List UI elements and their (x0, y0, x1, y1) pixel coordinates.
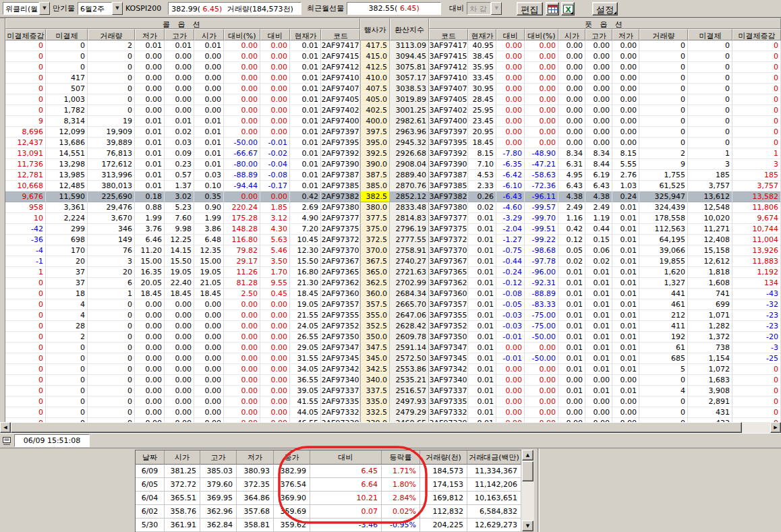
put-cell[interactable]: 0.00 (558, 62, 585, 73)
strike-cell[interactable]: 340.0 (360, 375, 390, 386)
put-cell[interactable]: 0.00 (496, 84, 525, 94)
call-cell[interactable]: 0 (5, 73, 46, 84)
put-cell[interactable]: 1.03 (612, 181, 639, 191)
call-cell[interactable]: 0.01 (290, 116, 321, 127)
call-cell[interactable]: 0.00 (135, 353, 165, 364)
put-cell[interactable]: -72.36 (525, 181, 558, 191)
put-cell[interactable]: 0.00 (558, 105, 585, 116)
call-cell[interactable]: 0.01 (290, 62, 321, 73)
put-cell[interactable]: 3AF97405 (429, 94, 468, 105)
call-cell[interactable]: 8,314 (46, 116, 88, 127)
put-cell[interactable]: 0 (639, 396, 688, 407)
call-cell[interactable]: 0.00 (135, 364, 165, 375)
call-cell[interactable]: 2AF97355 (321, 310, 360, 321)
put-cell[interactable]: -97.78 (525, 256, 558, 267)
daily-cell[interactable]: 6/05 (136, 478, 165, 492)
put-cell[interactable]: 3 (688, 159, 732, 170)
call-cell[interactable]: 0.00 (260, 127, 290, 138)
call-cell[interactable]: 0 (5, 353, 46, 364)
call-cell[interactable]: 0 (88, 62, 135, 73)
call-cell[interactable]: 19.05 (290, 299, 321, 310)
excel-export-button[interactable]: X (561, 2, 575, 16)
strike-cell[interactable]: 387.5 (360, 170, 390, 181)
call-cell[interactable]: 22.40 (165, 278, 194, 289)
conv-index-cell[interactable]: 2684.34 (390, 289, 429, 299)
put-cell[interactable]: 0.01 (468, 256, 496, 267)
put-cell[interactable]: 212 (639, 310, 688, 321)
put-cell[interactable]: 0.00 (525, 40, 558, 51)
grid-view-button[interactable] (546, 2, 559, 16)
put-cell[interactable]: 3AF97355 (429, 310, 468, 321)
call-cell[interactable]: 0.00 (194, 343, 224, 353)
put-cell[interactable]: 35.95 (468, 62, 496, 73)
put-cell[interactable]: 0.01 (612, 364, 639, 375)
call-cell[interactable]: 0.01 (135, 40, 165, 51)
daily-row[interactable]: 5/30361.91362.84358.81359.62-3.46-0.95%2… (136, 519, 521, 532)
call-cell[interactable]: 2AF97352 (321, 321, 360, 332)
put-cell[interactable]: 0 (688, 138, 732, 148)
put-cell[interactable]: 0.00 (496, 396, 525, 407)
call-cell[interactable]: 0.00 (135, 321, 165, 332)
call-cell[interactable]: 0 (88, 321, 135, 332)
call-cell[interactable]: 24.05 (290, 321, 321, 332)
call-cell[interactable]: 0 (46, 396, 88, 407)
chevron-down-icon[interactable]: ▼ (112, 2, 123, 15)
call-cell[interactable]: 0.00 (194, 396, 224, 407)
call-cell[interactable]: 0.00 (194, 321, 224, 332)
put-cell[interactable]: 3AF97360 (429, 289, 468, 299)
call-cell[interactable]: 0.00 (224, 299, 260, 310)
call-cell[interactable]: 2AF97385 (321, 181, 360, 191)
conv-index-cell[interactable]: 2814.83 (390, 213, 429, 224)
put-cell[interactable]: 0.01 (585, 364, 612, 375)
call-cell[interactable]: 14,551 (46, 148, 88, 159)
call-cell[interactable]: 0 (5, 40, 46, 51)
put-cell[interactable]: 0.00 (496, 116, 525, 127)
call-cell[interactable]: 0.00 (260, 191, 290, 202)
daily-row[interactable]: 6/02358.76362.96357.68359.690.070.02%112… (136, 505, 521, 519)
call-cell[interactable]: 0 (5, 51, 46, 62)
strike-cell[interactable]: 367.5 (360, 256, 390, 267)
call-cell[interactable]: 20 (88, 267, 135, 278)
conv-index-cell[interactable]: 2591.14 (390, 343, 429, 353)
call-cell[interactable]: 0.01 (290, 94, 321, 105)
call-cell[interactable]: 0.88 (135, 202, 165, 213)
call-cell[interactable]: 0 (5, 310, 46, 321)
daily-cell[interactable]: 11,142,206 (467, 478, 521, 492)
call-cell[interactable]: 175.28 (224, 213, 260, 224)
call-cell[interactable]: 0 (5, 343, 46, 353)
put-cell[interactable]: 0.01 (612, 386, 639, 396)
call-cell[interactable]: 0.00 (135, 396, 165, 407)
put-cell[interactable]: 0.00 (558, 375, 585, 386)
call-cell[interactable]: 10.45 (290, 235, 321, 245)
call-cell[interactable]: 2AF97395 (321, 138, 360, 148)
put-cell[interactable]: 0.01 (468, 224, 496, 235)
edit-button[interactable]: 편집 (517, 2, 543, 16)
horizontal-scroll-track[interactable] (742, 422, 770, 433)
option-row[interactable]: -366981496.4612.256.48116.805.6310.452AF… (0, 235, 781, 245)
strike-cell[interactable]: 355.0 (360, 310, 390, 321)
put-cell[interactable]: 0 (732, 127, 781, 138)
call-cell[interactable]: 5.46 (260, 245, 290, 256)
call-cell[interactable]: 148.28 (224, 224, 260, 235)
put-cell[interactable]: 1,072 (688, 364, 732, 375)
call-cell[interactable]: 1,782 (46, 105, 88, 116)
call-cell[interactable]: 698 (46, 235, 88, 245)
call-cell[interactable]: 0.01 (290, 181, 321, 191)
put-cell[interactable]: 3AF97375 (429, 224, 468, 235)
daily-cell[interactable]: 372.72 (165, 478, 200, 492)
conv-index-cell[interactable]: 2479.29 (390, 407, 429, 418)
conv-index-cell[interactable]: 2721.63 (390, 267, 429, 278)
call-cell[interactable]: 6.48 (194, 235, 224, 245)
call-cell[interactable]: 0.00 (224, 332, 260, 343)
put-cell[interactable]: 20.95 (468, 127, 496, 138)
call-cell[interactable]: 0.01 (194, 148, 224, 159)
put-cell[interactable]: 0.06 (585, 245, 612, 256)
put-cell[interactable]: 0.01 (558, 343, 585, 353)
put-cell[interactable]: 185 (732, 170, 781, 181)
put-cell[interactable]: 0.00 (585, 51, 612, 62)
strike-cell[interactable]: 365.0 (360, 267, 390, 278)
put-cell[interactable]: 0.01 (558, 386, 585, 396)
call-cell[interactable]: 225,690 (88, 191, 135, 202)
call-cell[interactable]: 0.00 (165, 299, 194, 310)
call-cell[interactable]: 12,485 (46, 181, 88, 191)
